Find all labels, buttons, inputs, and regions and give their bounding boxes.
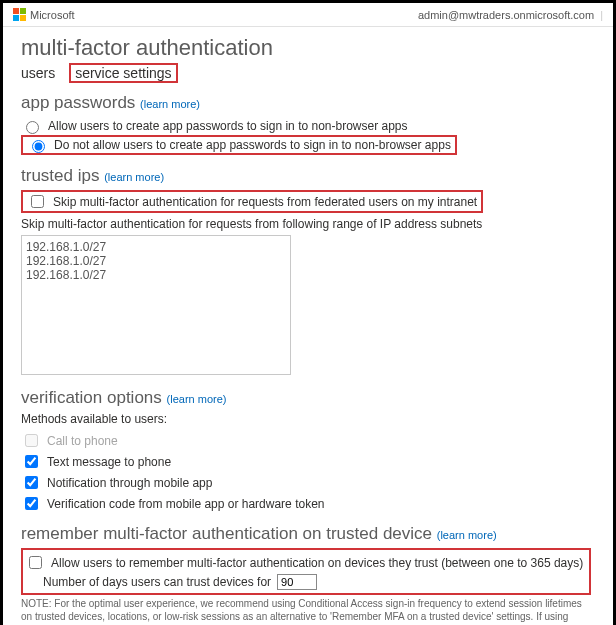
radio-disallow-app-passwords[interactable] bbox=[32, 140, 45, 153]
radio-allow-app-passwords[interactable] bbox=[26, 121, 39, 134]
label-text-to-phone: Text message to phone bbox=[47, 455, 171, 469]
checkbox-skip-federated[interactable] bbox=[31, 195, 44, 208]
account-email: admin@mwtraders.onmicrosoft.com bbox=[418, 9, 594, 21]
learn-more-verification[interactable]: (learn more) bbox=[167, 393, 227, 405]
section-verification-options: verification options bbox=[21, 388, 162, 407]
tab-service-settings[interactable]: service settings bbox=[69, 63, 177, 83]
note-remember-mfa: NOTE: For the optimal user experience, w… bbox=[21, 598, 582, 625]
brand-logo: Microsoft bbox=[13, 8, 75, 21]
section-app-passwords: app passwords bbox=[21, 93, 135, 112]
brand-text: Microsoft bbox=[30, 9, 75, 21]
section-remember-mfa: remember multi-factor authentication on … bbox=[21, 524, 432, 543]
label-days-trust: Number of days users can trust devices f… bbox=[43, 575, 271, 589]
label-app-notification: Notification through mobile app bbox=[47, 476, 212, 490]
label-ip-range: Skip multi-factor authentication for req… bbox=[21, 217, 595, 231]
label-disallow-app-passwords: Do not allow users to create app passwor… bbox=[54, 138, 451, 152]
separator: | bbox=[600, 9, 603, 21]
checkbox-remember-mfa[interactable] bbox=[29, 556, 42, 569]
checkbox-call-to-phone bbox=[25, 434, 38, 447]
input-days-trust[interactable] bbox=[277, 574, 317, 590]
label-skip-federated: Skip multi-factor authentication for req… bbox=[53, 195, 477, 209]
label-methods-available: Methods available to users: bbox=[21, 412, 595, 426]
checkbox-verification-code[interactable] bbox=[25, 497, 38, 510]
label-remember-mfa: Allow users to remember multi-factor aut… bbox=[51, 556, 583, 570]
microsoft-logo-icon bbox=[13, 8, 26, 21]
checkbox-text-to-phone[interactable] bbox=[25, 455, 38, 468]
textarea-ip-subnets[interactable] bbox=[21, 235, 291, 375]
checkbox-app-notification[interactable] bbox=[25, 476, 38, 489]
learn-more-remember-mfa[interactable]: (learn more) bbox=[437, 529, 497, 541]
label-call-to-phone: Call to phone bbox=[47, 434, 118, 448]
page-title: multi-factor authentication bbox=[21, 35, 595, 61]
learn-more-app-passwords[interactable]: (learn more) bbox=[140, 98, 200, 110]
label-allow-app-passwords: Allow users to create app passwords to s… bbox=[48, 119, 408, 133]
section-trusted-ips: trusted ips bbox=[21, 166, 99, 185]
label-verification-code: Verification code from mobile app or har… bbox=[47, 497, 324, 511]
tab-users[interactable]: users bbox=[21, 65, 55, 81]
account-area[interactable]: admin@mwtraders.onmicrosoft.com | bbox=[418, 9, 603, 21]
learn-more-trusted-ips[interactable]: (learn more) bbox=[104, 171, 164, 183]
